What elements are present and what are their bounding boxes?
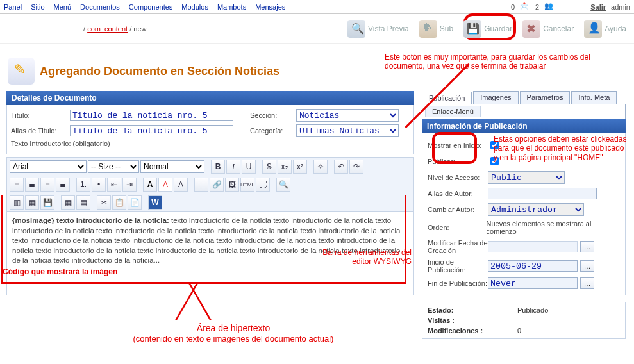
val-visitas bbox=[517, 317, 620, 324]
input-fin[interactable] bbox=[488, 277, 578, 289]
fullscreen-button[interactable]: ⛶ bbox=[256, 178, 270, 192]
bold-button[interactable]: B bbox=[211, 160, 225, 174]
sub-button[interactable]: Sub bbox=[417, 19, 456, 39]
lbl-seccion: Sección: bbox=[250, 112, 296, 119]
annotation-ring-checkboxes bbox=[432, 132, 477, 164]
lbl-nivel: Nivel de Acceso: bbox=[428, 174, 488, 181]
cell-button[interactable]: ▤ bbox=[76, 195, 90, 210]
cut-button[interactable]: ✂ bbox=[97, 195, 111, 210]
menu-componentes[interactable]: Componentes bbox=[129, 3, 173, 11]
subtab-enlace-menu[interactable]: Enlace-Menú bbox=[425, 106, 481, 117]
copy-button[interactable]: 📋 bbox=[112, 195, 126, 210]
annotation-area-text: Área de hipertexto (contenido en texto e… bbox=[92, 323, 374, 343]
outdent-button[interactable]: ⇤ bbox=[107, 178, 121, 192]
lbl-intro: Texto Introductorio: (obligatorio) bbox=[11, 140, 110, 147]
input-inicio[interactable] bbox=[488, 260, 578, 272]
superscript-button[interactable]: x² bbox=[293, 160, 307, 174]
users-icon[interactable]: 👥 bbox=[544, 2, 555, 12]
select-seccion[interactable]: Noticias bbox=[296, 109, 399, 122]
lbl-estado: Estado: bbox=[428, 306, 517, 314]
open-button[interactable]: ▦ bbox=[25, 195, 39, 210]
backcolor-button[interactable]: A bbox=[158, 178, 172, 192]
indent-button[interactable]: ⇥ bbox=[122, 178, 137, 192]
tab-info-meta[interactable]: Info. Meta bbox=[571, 91, 617, 104]
fontcolor2-button[interactable]: A bbox=[174, 178, 188, 192]
input-titulo[interactable] bbox=[70, 110, 233, 121]
save-icon bbox=[463, 20, 481, 38]
help-button[interactable]: Ayuda bbox=[581, 19, 629, 39]
sub-icon bbox=[419, 20, 437, 38]
annotation-stroke bbox=[1, 282, 406, 284]
image-button[interactable]: 🖼 bbox=[225, 178, 239, 192]
hr-button[interactable]: — bbox=[194, 178, 208, 192]
menu-panel[interactable]: Panel bbox=[4, 3, 22, 11]
html-button[interactable]: HTML bbox=[240, 178, 254, 192]
tab-parametros[interactable]: Parametros bbox=[520, 91, 571, 104]
input-aliasautor[interactable] bbox=[488, 188, 597, 199]
menu-mambots[interactable]: Mambots bbox=[217, 3, 246, 11]
align-justify-button[interactable]: ≣ bbox=[56, 178, 70, 192]
select-categoria[interactable]: Ultimas Noticias bbox=[296, 124, 399, 137]
btn-inicio-picker[interactable]: … bbox=[580, 260, 594, 272]
ordered-list-button[interactable]: 1. bbox=[76, 178, 90, 192]
italic-button[interactable]: I bbox=[226, 160, 240, 174]
word-button[interactable]: W bbox=[148, 195, 162, 210]
mail-icon[interactable]: 📩 bbox=[520, 2, 530, 12]
lbl-orden: Orden: bbox=[428, 224, 487, 231]
val-mods: 0 bbox=[517, 327, 620, 335]
menu-sitio[interactable]: Sitio bbox=[31, 3, 44, 11]
subscript-button[interactable]: x₂ bbox=[278, 160, 292, 174]
left-panel-title: Detalles de Documento bbox=[6, 91, 414, 105]
forecolor-button[interactable]: A bbox=[143, 178, 157, 192]
mosimage-tag: {mosimage} bbox=[12, 217, 54, 224]
select-cambiar[interactable]: Administrador bbox=[488, 203, 584, 216]
orden-note: Nuevos elementos se mostrara al comienzo bbox=[487, 220, 620, 235]
align-center-button[interactable]: ≣ bbox=[25, 178, 39, 192]
annotation-area-sub: (contenido en texto e imágenes del docum… bbox=[92, 334, 374, 344]
menu-documentos[interactable]: Documentos bbox=[80, 3, 120, 11]
preview-label: Vista Previa bbox=[368, 24, 409, 33]
btn-fin-picker[interactable]: … bbox=[580, 277, 594, 289]
menu-modulos[interactable]: Modulos bbox=[181, 3, 208, 11]
tab-imagenes[interactable]: Imagenes bbox=[473, 91, 518, 104]
undo-button[interactable]: ↶ bbox=[334, 160, 348, 174]
unordered-list-button[interactable]: • bbox=[92, 178, 106, 192]
breadcrumb-link[interactable]: com_content bbox=[87, 25, 128, 33]
input-alias[interactable] bbox=[70, 125, 233, 136]
search-button[interactable]: 🔍 bbox=[276, 178, 290, 192]
clear-format-button[interactable]: ✧ bbox=[313, 160, 328, 174]
preview-button[interactable]: Vista Previa bbox=[345, 19, 412, 39]
select-nivel[interactable]: Public bbox=[488, 171, 565, 184]
annotation-chk-text: Estas opciones deben estar clickeadas pa… bbox=[494, 135, 628, 162]
format-select[interactable]: Normal bbox=[140, 160, 204, 173]
font-family-select[interactable]: Arial bbox=[10, 160, 87, 173]
lbl-inicio: Inicio de Publicación: bbox=[428, 258, 488, 274]
redo-button[interactable]: ↷ bbox=[349, 160, 363, 174]
btn-modfc-picker[interactable]: … bbox=[580, 241, 594, 252]
menu-menu[interactable]: Menú bbox=[54, 3, 72, 11]
strike-button[interactable]: S̶ bbox=[262, 160, 276, 174]
annotation-toolbar-text: Barra de herramientas del editor WYSIWYG bbox=[309, 248, 412, 267]
lbl-cambiar: Cambiar Autor: bbox=[428, 206, 488, 213]
help-label: Ayuda bbox=[605, 24, 626, 33]
logout-link[interactable]: Salir bbox=[590, 3, 606, 11]
new-button[interactable]: ▥ bbox=[10, 195, 24, 210]
table-button[interactable]: ▦ bbox=[61, 195, 75, 210]
save-button[interactable]: Guardar bbox=[461, 19, 515, 39]
align-left-button[interactable]: ≡ bbox=[10, 178, 24, 192]
underline-button[interactable]: U bbox=[242, 160, 256, 174]
align-right-button[interactable]: ≡ bbox=[40, 178, 54, 192]
font-size-select[interactable]: -- Size -- bbox=[88, 160, 139, 173]
savefile-button[interactable]: 💾 bbox=[40, 195, 54, 210]
status-box: Estado:Publicado Visitas : Modificacione… bbox=[422, 302, 626, 339]
breadcrumb: / com_content / new bbox=[0, 25, 146, 33]
input-modfc[interactable] bbox=[488, 241, 578, 252]
lbl-visitas: Visitas : bbox=[428, 317, 517, 324]
lbl-titulo: Titulo: bbox=[11, 112, 70, 119]
link-button[interactable]: 🔗 bbox=[210, 178, 224, 192]
menu-mensajes[interactable]: Mensajes bbox=[255, 3, 285, 11]
page-title: Agregando Documento en Sección Noticias bbox=[40, 65, 279, 78]
lbl-mods: Modificaciones : bbox=[428, 327, 517, 335]
cancel-button[interactable]: Cancelar bbox=[520, 19, 576, 39]
paste-button[interactable]: 📄 bbox=[128, 195, 142, 210]
